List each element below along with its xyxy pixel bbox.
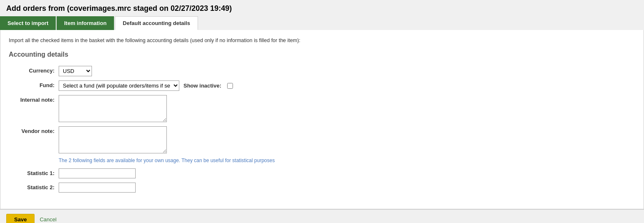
statistic1-label: Statistic 1: bbox=[9, 168, 59, 176]
statistic2-row: Statistic 2: bbox=[9, 183, 300, 193]
statistic2-label: Statistic 2: bbox=[9, 183, 59, 190]
tab-item-information[interactable]: Item information bbox=[57, 16, 114, 30]
page-wrapper: Add orders from (coverimages.mrc staged … bbox=[0, 0, 644, 223]
tab-content-default-accounting: Import all the checked items in the bask… bbox=[0, 30, 644, 209]
tab-default-accounting-details[interactable]: Default accounting details bbox=[115, 16, 198, 30]
statistic1-input[interactable] bbox=[59, 168, 136, 178]
currency-field: USD bbox=[59, 66, 300, 76]
statistic2-input[interactable] bbox=[59, 183, 136, 193]
internal-note-label: Internal note: bbox=[9, 95, 59, 103]
vendor-note-field bbox=[59, 126, 300, 153]
fund-field: Select a fund (will populate orders/item… bbox=[59, 80, 300, 91]
internal-note-field bbox=[59, 95, 300, 122]
currency-row: Currency: USD bbox=[9, 66, 300, 76]
accounting-details-title: Accounting details bbox=[9, 51, 635, 58]
fund-select[interactable]: Select a fund (will populate orders/item… bbox=[59, 80, 179, 91]
show-inactive-checkbox[interactable] bbox=[227, 83, 233, 89]
stats-note: The 2 following fields are available for… bbox=[59, 158, 300, 163]
vendor-note-label: Vendor note: bbox=[9, 126, 59, 134]
description-text: Import all the checked items in the bask… bbox=[9, 38, 635, 43]
statistic1-field bbox=[59, 168, 300, 178]
vendor-note-row: Vendor note: bbox=[9, 126, 300, 153]
footer-bar: Save Cancel bbox=[0, 209, 644, 223]
tabs-bar: Select to import Item information Defaul… bbox=[0, 16, 644, 30]
vendor-note-textarea[interactable] bbox=[59, 126, 167, 153]
page-title: Add orders from (coverimages.mrc staged … bbox=[0, 0, 644, 16]
accounting-form: Currency: USD Fund: Select a fund (will … bbox=[9, 66, 300, 193]
show-inactive-label: Show inactive: bbox=[183, 83, 221, 89]
currency-label: Currency: bbox=[9, 66, 59, 74]
fund-label: Fund: bbox=[9, 80, 59, 88]
save-button[interactable]: Save bbox=[6, 214, 35, 223]
internal-note-row: Internal note: bbox=[9, 95, 300, 122]
currency-select[interactable]: USD bbox=[59, 66, 92, 76]
fund-row: Fund: Select a fund (will populate order… bbox=[9, 80, 300, 91]
statistic1-row: Statistic 1: bbox=[9, 168, 300, 178]
tab-select-to-import[interactable]: Select to import bbox=[0, 16, 56, 30]
cancel-link[interactable]: Cancel bbox=[40, 216, 56, 223]
internal-note-textarea[interactable] bbox=[59, 95, 167, 122]
statistic2-field bbox=[59, 183, 300, 193]
